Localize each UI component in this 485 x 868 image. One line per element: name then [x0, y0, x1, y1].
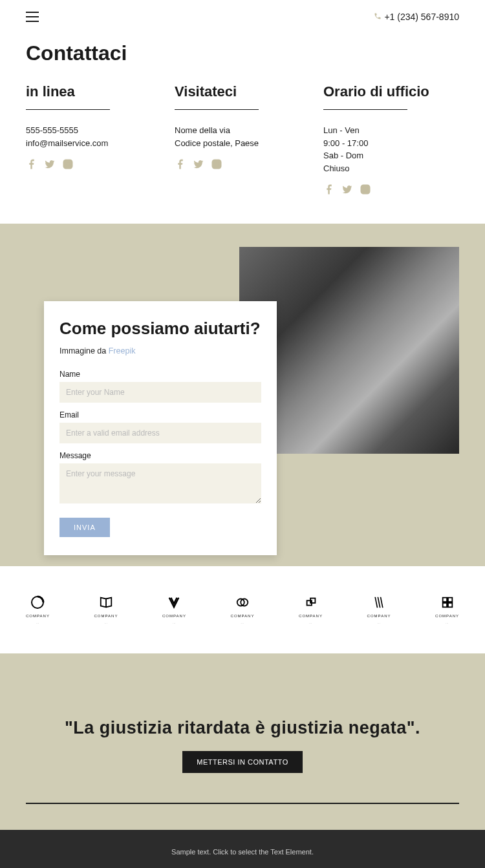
svg-point-7: [363, 187, 367, 191]
svg-point-1: [66, 162, 70, 166]
svg-point-2: [70, 161, 71, 162]
instagram-icon[interactable]: [211, 158, 222, 173]
divider: [26, 109, 110, 110]
company-logo-2: COMPANY ···: [94, 595, 118, 625]
message-label: Message: [59, 451, 261, 460]
divider: [26, 803, 459, 804]
form-subtitle: Immagine da Freepik: [59, 346, 261, 355]
col-title: in linea: [26, 83, 162, 100]
phone-number[interactable]: +1 (234) 567-8910: [374, 12, 459, 22]
email-label: Email: [59, 410, 261, 419]
phone-text: +1 (234) 567-8910: [384, 12, 459, 22]
col-title: Visitateci: [175, 83, 310, 100]
twitter-icon[interactable]: [193, 158, 204, 173]
company-logo-5: COMPANY ···: [299, 595, 323, 625]
form-section: Come possiamo aiutarti? Immagine da Free…: [0, 224, 485, 566]
email-input[interactable]: [59, 423, 261, 443]
instagram-icon[interactable]: [62, 158, 74, 173]
svg-point-4: [215, 162, 219, 166]
svg-rect-14: [442, 598, 446, 602]
footer: Sample text. Click to select the Text El…: [0, 830, 485, 868]
message-input[interactable]: [59, 463, 261, 503]
contact-col-online: in linea 555-555-5555 info@mailservice.c…: [26, 83, 162, 198]
form-title: Come possiamo aiutarti?: [59, 319, 261, 339]
name-label: Name: [59, 370, 261, 379]
freepik-link[interactable]: Freepik: [109, 346, 136, 355]
name-input[interactable]: [59, 382, 261, 403]
instagram-icon[interactable]: [360, 184, 371, 198]
col-body: Lun - Ven 9:00 - 17:00 Sab - Dom Chiuso: [323, 124, 459, 175]
col-body: 555-555-5555 info@mailservice.com: [26, 124, 162, 149]
company-logo-6: COMPANY ···: [367, 595, 391, 625]
hamburger-menu-icon[interactable]: [26, 12, 39, 22]
company-logo-3: COMPANY ···: [162, 595, 186, 625]
phone-icon: [374, 12, 382, 22]
social-links: [323, 184, 459, 198]
footer-text[interactable]: Sample text. Click to select the Text El…: [26, 848, 459, 856]
quote-section: "La giustizia ritardata è giustizia nega…: [0, 653, 485, 830]
facebook-icon[interactable]: [26, 158, 38, 173]
company-logo-1: COMPANY ···: [26, 595, 50, 625]
social-links: [175, 158, 310, 173]
twitter-icon[interactable]: [341, 184, 353, 198]
divider: [175, 109, 259, 110]
col-title: Orario di ufficio: [323, 83, 459, 100]
logos-section: COMPANY ··· COMPANY ··· COMPANY ··· COMP…: [0, 566, 485, 653]
svg-rect-15: [447, 598, 451, 602]
contact-section: Contattaci in linea 555-555-5555 info@ma…: [0, 28, 485, 224]
svg-point-8: [367, 186, 369, 187]
facebook-icon[interactable]: [323, 184, 335, 198]
contact-columns: in linea 555-555-5555 info@mailservice.c…: [26, 83, 459, 198]
social-links: [26, 158, 162, 173]
col-body: Nome della via Codice postale, Paese: [175, 124, 310, 149]
divider: [323, 109, 407, 110]
company-logo-4: COMPANY ···: [231, 595, 255, 625]
submit-button[interactable]: INVIA: [59, 518, 110, 537]
contact-col-visit: Visitateci Nome della via Codice postale…: [175, 83, 310, 198]
quote-text: "La giustizia ritardata è giustizia nega…: [26, 718, 459, 738]
svg-rect-17: [447, 603, 451, 607]
form-card: Come possiamo aiutarti? Immagine da Free…: [44, 301, 277, 555]
page-title: Contattaci: [26, 41, 459, 65]
svg-point-5: [219, 161, 220, 162]
company-logo-7: COMPANY ···: [435, 595, 459, 625]
header: +1 (234) 567-8910: [0, 0, 485, 28]
svg-rect-16: [442, 603, 446, 607]
contact-col-hours: Orario di ufficio Lun - Ven 9:00 - 17:00…: [323, 83, 459, 198]
contact-button[interactable]: METTERSI IN CONTATTO: [182, 751, 302, 773]
facebook-icon[interactable]: [175, 158, 186, 173]
twitter-icon[interactable]: [44, 158, 56, 173]
